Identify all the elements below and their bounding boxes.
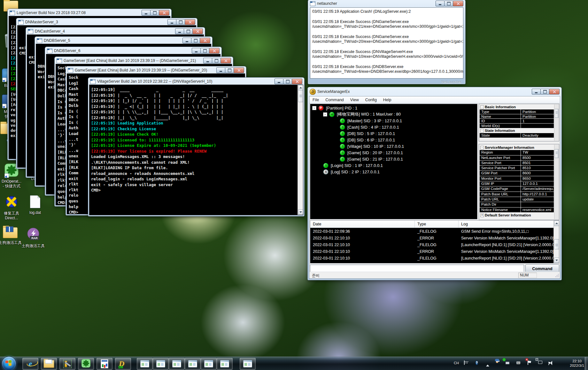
- resize-grip[interactable]: [555, 273, 559, 278]
- scroll-up-arrow[interactable]: [298, 85, 303, 90]
- property-row[interactable]: Patch URLupdate: [480, 197, 554, 202]
- tree-item[interactable]: S[Cash] SID : 4 IP : 127.0.0.1: [310, 124, 477, 130]
- tree-expander[interactable]: -: [312, 106, 316, 110]
- tugou-rar[interactable]: RAR土狗激活工具: [20, 227, 46, 248]
- tree-item[interactable]: S[Master] SID : 3 IP : 127.0.0.1: [310, 117, 477, 124]
- minimize-button[interactable]: [167, 19, 176, 25]
- property-row[interactable]: NetLauncher Port8500: [480, 155, 554, 160]
- log-column-header-type[interactable]: Type: [415, 221, 459, 228]
- ime-language-icon[interactable]: CH: [454, 361, 459, 365]
- vmware-tools-icon[interactable]: vm: [516, 360, 520, 365]
- property-row[interactable]: StateDeactivity: [480, 133, 554, 138]
- help-icon[interactable]: ?: [476, 360, 478, 365]
- tree-item[interactable]: S[Log] SID : 2 IP : 127.0.0.1: [310, 169, 477, 175]
- property-section-header[interactable]: -State Information: [480, 128, 554, 133]
- tree-item[interactable]: S[DB] SID : 6 IP : 127.0.0.1: [310, 137, 477, 143]
- close-button[interactable]: [200, 38, 210, 43]
- directx-repair-tool[interactable]: 修复工具Direct...: [0, 195, 24, 221]
- netlauncher-log-area[interactable]: 03/01 22:05:19 Application Crash! (DNLog…: [310, 7, 463, 79]
- maximize-button[interactable]: [283, 79, 292, 84]
- property-row[interactable]: RegionTW: [480, 150, 554, 155]
- log-dat-file[interactable]: log.dat: [22, 195, 48, 215]
- smx-title-bar[interactable]: D ServiceManagerEx: [308, 87, 561, 96]
- log-table-row[interactable]: 2022-03-01 22:10:10_FILELOG[LauncherRepo…: [310, 255, 559, 261]
- close-button[interactable]: [185, 19, 195, 25]
- maximize-button[interactable]: [212, 58, 221, 64]
- basic-info-grid[interactable]: -Basic InformationTypePartitionNameParti…: [479, 104, 559, 141]
- property-row[interactable]: GSM Port8600: [480, 171, 554, 176]
- property-row[interactable]: Patch Dir: [480, 202, 554, 207]
- servicemanager-info-grid[interactable]: -ServiceManager InformationRegionTWNetLa…: [479, 144, 559, 220]
- maximize-button[interactable]: [191, 38, 200, 43]
- tree-item[interactable]: -P[Partition] PID : 1: [310, 105, 477, 111]
- title-bar[interactable]: GameServer [East China] Build Jan 10 201…: [66, 66, 246, 74]
- minimize-button[interactable]: [216, 67, 225, 73]
- menu-file[interactable]: File: [309, 98, 322, 102]
- maximize-button[interactable]: [184, 28, 193, 34]
- log-table-row[interactable]: 2022-03-01 22:10:10_ERRORServer Version …: [310, 248, 559, 255]
- property-row[interactable]: World ID(s): [480, 124, 554, 128]
- log-column-header-log[interactable]: Log: [459, 221, 559, 228]
- minimize-button[interactable]: [275, 79, 283, 84]
- section-expander-icon[interactable]: -: [480, 105, 484, 109]
- property-row[interactable]: Notice Filenamereservenotice.xml: [480, 208, 554, 212]
- property-row[interactable]: TypePartition: [480, 109, 554, 114]
- property-row[interactable]: Monitor Port8650: [480, 176, 554, 181]
- show-desktop-button[interactable]: [585, 357, 588, 370]
- smx-server-tree[interactable]: -P[Partition] PID : 1-W[稀物宝网络] WID : 1 M…: [310, 104, 477, 219]
- scrollbar[interactable]: [554, 145, 559, 219]
- maximize-button[interactable]: [540, 89, 549, 94]
- minimize-button[interactable]: [203, 58, 212, 64]
- property-row[interactable]: ID1: [480, 119, 554, 123]
- console-scrollbar[interactable]: [298, 85, 303, 215]
- tree-item[interactable]: S[DB] SID : 5 IP : 127.0.0.1: [310, 130, 477, 137]
- title-bar[interactable]: DNCashServer_4: [26, 27, 205, 35]
- minimize-button[interactable]: [142, 10, 151, 16]
- scroll-up-arrow[interactable]: [554, 221, 559, 226]
- title-bar[interactable]: DNDBServer_5: [35, 37, 212, 44]
- menu-help[interactable]: Help: [380, 98, 395, 102]
- tree-item[interactable]: S[Game] SID : 20 IP : 127.0.0.1: [310, 149, 477, 156]
- title-bar[interactable]: VillageServer Build Jan 10 2019 22:38:22…: [88, 78, 304, 85]
- section-expander-icon[interactable]: -: [480, 146, 484, 149]
- close-button[interactable]: [292, 79, 302, 84]
- scroll-thumb[interactable]: [298, 90, 303, 102]
- property-row[interactable]: GSM IP127.0.0.1: [480, 181, 554, 186]
- minimize-button[interactable]: [182, 38, 191, 43]
- property-row[interactable]: Service Patcher Port8510: [480, 166, 554, 170]
- title-bar[interactable]: DNMasterServer_3: [16, 18, 197, 26]
- tree-item[interactable]: S[Village] SID : 10 IP : 127.0.0.1: [310, 143, 477, 149]
- close-button[interactable]: [192, 28, 203, 34]
- maximize-button[interactable]: [200, 48, 209, 54]
- scroll-thumb[interactable]: [554, 239, 559, 249]
- section-expander-icon[interactable]: -: [480, 129, 484, 132]
- menu-command[interactable]: Command: [322, 98, 347, 102]
- section-expander-icon[interactable]: +: [480, 214, 484, 217]
- log-table-row[interactable]: 2022-03-01 22:10:10_FILELOG[LauncherRepo…: [310, 241, 559, 248]
- title-bar[interactable]: LoginServer Build Nov 23 2018 03:27:08: [8, 9, 171, 16]
- maximize-button[interactable]: [225, 67, 234, 73]
- property-row[interactable]: GSM CodePage/Server/adminrequ...: [480, 186, 554, 191]
- ime-keyboard-icon[interactable]: [464, 361, 465, 365]
- close-button[interactable]: [453, 1, 463, 6]
- title-bar[interactable]: DNDBServer_6: [45, 47, 221, 54]
- maximize-button[interactable]: [444, 1, 453, 6]
- tugou-folder[interactable]: 土狗激活工具: [0, 227, 23, 245]
- log-column-header-date[interactable]: Date: [310, 221, 415, 228]
- maximize-button[interactable]: [176, 19, 185, 25]
- property-section-header[interactable]: -Basic Information: [480, 105, 554, 109]
- scroll-down-arrow[interactable]: [554, 258, 559, 263]
- close-button[interactable]: [159, 10, 169, 16]
- menu-config[interactable]: Config: [362, 98, 380, 102]
- log-table-row[interactable]: 2022-03-01 22:10:10_ERRORServer Version …: [310, 235, 559, 241]
- title-bar[interactable]: GameServer [East China] Build Jan 10 201…: [55, 57, 233, 64]
- maximize-button[interactable]: [150, 10, 159, 16]
- show-hidden-icons-icon[interactable]: [486, 361, 489, 365]
- log-table-body[interactable]: 2022-03-01 22:09:36_FILELOGGSM Send Erro…: [310, 228, 559, 261]
- tree-item[interactable]: -W[稀物宝网络] WID : 1 MaxUser : 80: [310, 111, 477, 117]
- minimize-button[interactable]: [532, 89, 541, 94]
- close-button[interactable]: [220, 58, 231, 64]
- scrollbar[interactable]: [554, 104, 559, 141]
- property-row[interactable]: Patch Base URLhttp://127.0.0.1: [480, 192, 554, 197]
- netlauncher-title-bar[interactable]: netlauncher: [308, 0, 465, 7]
